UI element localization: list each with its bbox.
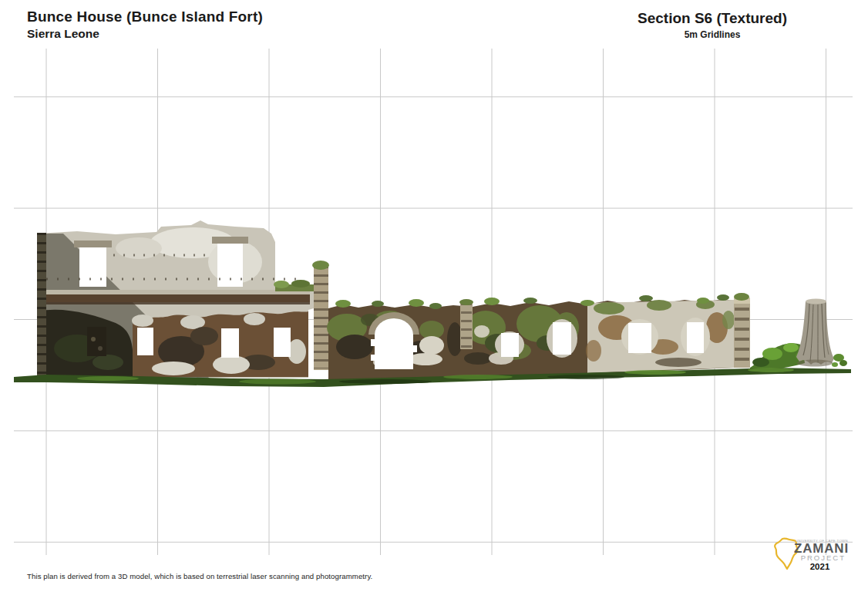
logo-suffix: PROJECT [794, 554, 846, 562]
page-location: Sierra Leone [27, 27, 263, 41]
upper-window-opening [79, 247, 106, 287]
corner-pier [734, 293, 750, 368]
lower-window-opening [137, 328, 153, 355]
window-opening [501, 333, 519, 357]
window-lintel [212, 237, 248, 244]
window-opening [628, 323, 651, 353]
footnote: This plan is derived from a 3D model, wh… [27, 572, 372, 580]
mid-pier [459, 299, 473, 349]
gridline-note: 5m Gridlines [611, 29, 814, 40]
section-header: Section S6 (Textured) 5m Gridlines [611, 10, 814, 40]
title-block: Bunce House (Bunce Island Fort) Sierra L… [27, 8, 263, 41]
plan-sheet: Bunce House (Bunce Island Fort) Sierra L… [0, 0, 868, 592]
lower-window-opening [221, 328, 239, 358]
lower-window-opening [274, 328, 291, 357]
tree-stump [796, 301, 834, 365]
page-title: Bunce House (Bunce Island Fort) [27, 8, 263, 25]
logo-year: 2021 [794, 563, 846, 572]
upper-window-opening [217, 244, 243, 287]
arched-doorway [368, 312, 419, 369]
dark-recess [87, 327, 106, 356]
tree-stump-group [750, 299, 847, 371]
gate-pier [312, 261, 329, 370]
window-opening [687, 322, 704, 353]
section-title: Section S6 (Textured) [611, 10, 814, 27]
quoin-column [37, 233, 46, 378]
middle-wall [327, 294, 735, 380]
window-lintel [74, 240, 112, 247]
left-block [37, 220, 314, 378]
zamani-logo: UNIVERSITY OF CAPE TOWN ZAMANI PROJECT 2… [772, 533, 858, 580]
section-drawing [0, 0, 868, 592]
window-opening [553, 322, 571, 355]
